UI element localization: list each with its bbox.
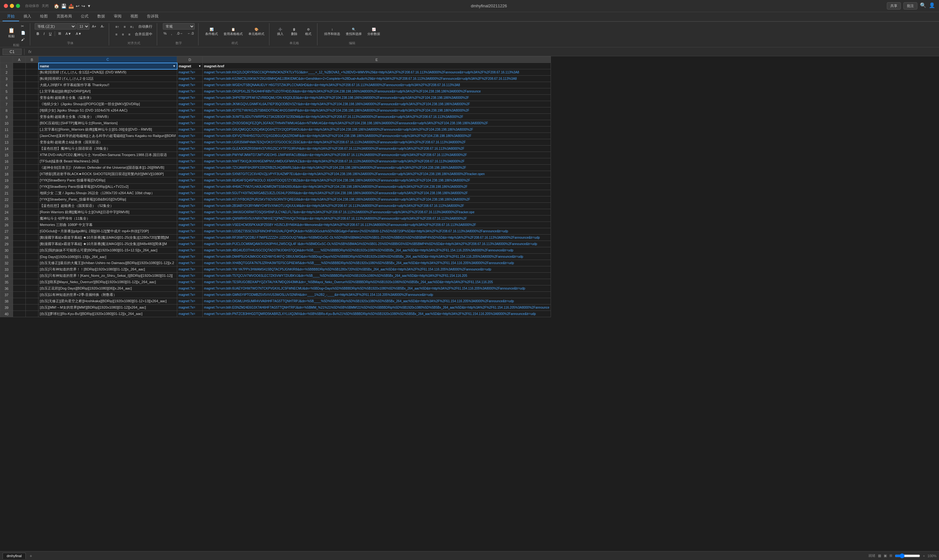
decrease-font-button[interactable]: A-	[99, 23, 106, 29]
cell-32-C[interactable]: [自压无修正][最后的大魔王][Ichiban Ushiro no Daimao…	[39, 260, 177, 266]
cell-3-C[interactable]: [転発]現視研2 げんしけん2 全12話	[39, 75, 177, 82]
cell-23-B[interactable]	[26, 203, 39, 209]
cell-10-C[interactable]: [BDC压箱组] [SHFTP]魔神坛斗士[Ronin_Warriors]	[39, 120, 177, 126]
cell-28-D[interactable]: magnet:?x=	[177, 235, 203, 241]
maximize-button[interactable]	[16, 4, 20, 8]
close-button[interactable]	[4, 4, 8, 8]
cell-14-C[interactable]: 【蓝色狂想】魔神坛斗士国语双语（39集全）	[39, 146, 177, 152]
cell-2-D[interactable]: magnet:?x=	[177, 69, 203, 75]
col-header-e[interactable]: E	[203, 57, 551, 63]
cell-28-E[interactable]: magnet:?x=urn:btih:RF26WTQCDBJ F7MIPEZZZ…	[203, 235, 551, 241]
cell-14-B[interactable]	[26, 146, 39, 152]
cell-34-E[interactable]: magnet:?x=urn:btih:T57QCUV7WVOO6SLEC7ZK5…	[203, 273, 551, 279]
cell-19-E[interactable]: magnet:?x=urn:btih:6EA5AFSQ45PW2OLO X6XH…	[203, 177, 551, 184]
cell-20-E[interactable]: magnet:?x=urn:btih:4H6AC7YMJYLHA3U4DMR2M…	[203, 184, 551, 190]
cell-19-D[interactable]: magnet:?x=	[177, 177, 203, 184]
font-size-select[interactable]: 11	[77, 23, 89, 29]
increase-font-button[interactable]: A+	[90, 23, 98, 29]
cell-7-E[interactable]: magnet:?x=urn:btih:JKNKGQVLGNMFXL6AJ7IEP…	[203, 101, 551, 108]
cell-12-C[interactable]: [JasnChen][某科学的超电磁炮][とある科学の超電磁砲][Toaru K…	[39, 133, 177, 139]
align-right-button[interactable]: ≡	[126, 31, 132, 37]
formula-input[interactable]: name	[35, 49, 936, 54]
cell-13-C[interactable]: 变形金刚·超能勇士&猛兽侠（国英双语）	[39, 139, 177, 146]
cell-39-C[interactable]: [自压][MM!～M女的世界][MM!][BDRip][1920x1080][0…	[39, 305, 177, 311]
font-family-select[interactable]: 等线 (正文)	[35, 23, 76, 29]
cell-21-D[interactable]: magnet:?x=	[177, 190, 203, 196]
cell-28-C[interactable]: [動漫國字幕組x霸道字幕組] ★10月新番[魔法MAGl][01-25(全集)]…	[39, 235, 177, 241]
cell-29-D[interactable]: magnet:?x=	[177, 241, 203, 247]
cell-1-B[interactable]	[26, 63, 39, 69]
cell-14-A[interactable]	[13, 146, 26, 152]
cell-3-E[interactable]: magnet:?x=urn:btih:KG3WC5UXIKWJYZ6GXBMHQ…	[203, 75, 551, 82]
cell-16-E[interactable]: magnet:?x=urn:btih:NWT75KIQJKXKHIGEMPNVL…	[203, 158, 551, 165]
cell-26-C[interactable]: Memories 三部曲 1080P 中文字幕	[39, 222, 177, 228]
cell-31-B[interactable]	[26, 254, 39, 260]
cell-1-A[interactable]	[13, 63, 26, 69]
cell-1-E[interactable]: magnet-href	[203, 63, 551, 69]
cell-21-C[interactable]: 地狱少女 二笼 / Jigoku.Shoujo 26話全（1280x720 x2…	[39, 190, 177, 196]
cell-25-E[interactable]: magnet:?x=urn:btih:QWWRH5V5UVNRX7MHXE7QP…	[203, 215, 551, 222]
cell-40-B[interactable]	[26, 311, 39, 317]
cell-4-B[interactable]	[26, 82, 39, 88]
cell-10-E[interactable]: magnet:?x=urn:btih:ZH3OSID6QFEZQPL3GFA3C…	[203, 120, 551, 126]
cell-27-C[interactable]: [GDGclub][一月新番][gdgx神坛 2期][00-12][繁中成片 m…	[39, 228, 177, 235]
cell-23-E[interactable]: magnet:?x=urn:btih:2B3ABY2X3RYMMYO4F5VXN…	[203, 203, 551, 209]
delete-cells-button[interactable]: 🗑 删除	[288, 23, 301, 40]
cell-38-A[interactable]	[13, 298, 26, 305]
format-cells-button[interactable]: ⚙ 格式	[302, 23, 315, 40]
cell-24-E[interactable]: magnet:?x=urn:btih:3AKI6GIO6RMITOSQISH5N…	[203, 209, 551, 215]
cell-19-A[interactable]	[13, 177, 26, 184]
cell-26-D[interactable]: magnet:?x=	[177, 222, 203, 228]
cell-36-D[interactable]: magnet:?x=	[177, 285, 203, 292]
cell-6-E[interactable]: magnet:?x=urn:btih:3HP6TBF2PFAFXZVR8DQML…	[203, 95, 551, 101]
cell-33-A[interactable]	[13, 266, 26, 273]
view-layout-icon[interactable]: ▣	[883, 554, 887, 558]
cell-38-E[interactable]: magnet:?x=urn:btih:OIGMLUHSUMR4VVA6HHF7A…	[203, 298, 551, 305]
view-page-break-icon[interactable]: ⊞	[890, 554, 892, 558]
cell-33-C[interactable]: [自压]只有神知道的世界！！[BDRip][1920x1080][01-12][…	[39, 266, 177, 273]
cell-34-C[interactable]: [自压]只有神知道的世界！[Kami_Nomi_zo_Shiru_Sekai_I…	[39, 273, 177, 279]
cell-21-A[interactable]	[13, 190, 26, 196]
cell-20-A[interactable]	[13, 184, 26, 190]
cell-12-E[interactable]: magnet:?x=urn:btih:IDFVQ7R4IH5GTGU7CQXGD…	[203, 133, 551, 139]
cell-5-B[interactable]	[26, 88, 39, 95]
cell-9-D[interactable]: magnet:?x=	[177, 114, 203, 120]
cell-19-C[interactable]: [YYK]StrawBerry Panic 惊爆草莓[DVDRip]	[39, 177, 177, 184]
cell-18-E[interactable]: magnet:?x=urn:btih:SXN87GITC2C6V4DVZjLVP…	[203, 171, 551, 177]
cell-36-E[interactable]: magnet:?x=urn:btih:6UAEYOHW7WO7NTCKPVGKX…	[203, 285, 551, 292]
cut-button[interactable]: ✂	[19, 23, 27, 29]
cell-22-D[interactable]: magnet:?x=	[177, 196, 203, 203]
cell-4-E[interactable]: magnet:?x=urn:btih:WGEHJTSBQNAAUEUY H6GT…	[203, 82, 551, 88]
cell-35-C[interactable]: [自压][萌系][Mayoi_Neko_Overrun!][BDRip][192…	[39, 279, 177, 285]
cell-4-D[interactable]: magnet:?x=	[177, 82, 203, 88]
cell-17-C[interactable]: 《超神全别[百兽王]》(Voltron: Defender of the Uni…	[39, 165, 177, 171]
cell-20-C[interactable]: [YYK][StrawBerry Panic惊爆草莓][DVDRip][ALL+…	[39, 184, 177, 190]
cell-1-D[interactable]: magnet▼	[177, 63, 203, 69]
cell-26-B[interactable]	[26, 222, 39, 228]
cell-27-B[interactable]	[26, 228, 39, 235]
cell-32-E[interactable]: magnet:?x=urn:btih:XH4BQTGGFA7N76JZRHA3W…	[203, 260, 551, 266]
cell-37-C[interactable]: [自压]以有神知道的世界+2季-音频特换（附数看）	[39, 292, 177, 298]
cell-7-D[interactable]: magnet:?x=	[177, 101, 203, 108]
cell-5-E[interactable]: magnet:?x=urn:btih:OR2P5XLZE754J44HFl6BV…	[203, 88, 551, 95]
cell-19-B[interactable]	[26, 177, 39, 184]
cell-17-B[interactable]	[26, 165, 39, 171]
cell-37-D[interactable]: magnet:?x=	[177, 292, 203, 298]
cell-20-D[interactable]: magnet:?x=	[177, 184, 203, 190]
cell-34-B[interactable]	[26, 273, 39, 279]
italic-button[interactable]: I	[42, 31, 46, 37]
increase-decimal-button[interactable]: .0→	[175, 31, 185, 36]
undo-icon[interactable]: ↩	[76, 3, 80, 9]
cell-33-E[interactable]: magnet:?x=urn:btih:YW YA7PPVJHWAMS415BQT…	[203, 266, 551, 273]
cell-18-C[interactable]: [XT榜影]黑岩射手BLACK★ROCK SHOOTER[国日双语][简繁内封]…	[39, 171, 177, 177]
cell-28-A[interactable]	[13, 235, 26, 241]
cell-28-B[interactable]	[26, 235, 39, 241]
tab-draw[interactable]: 绘图	[35, 12, 52, 21]
cell-4-C[interactable]: 大鏡人28號FX 求字幕組製作字幕 Thankyou!!	[39, 82, 177, 88]
col-header-d[interactable]: D	[177, 57, 203, 63]
cell-34-D[interactable]: magnet:?x=	[177, 273, 203, 279]
cell-8-A[interactable]	[13, 108, 26, 114]
cell-2-E[interactable]: magnet:?x=urn:btih:KKQ2LDQRYR56CC6QPHWNO…	[203, 69, 551, 75]
find-select-button[interactable]: 🔍 查找和选择	[344, 23, 364, 40]
cell-3-B[interactable]	[26, 75, 39, 82]
